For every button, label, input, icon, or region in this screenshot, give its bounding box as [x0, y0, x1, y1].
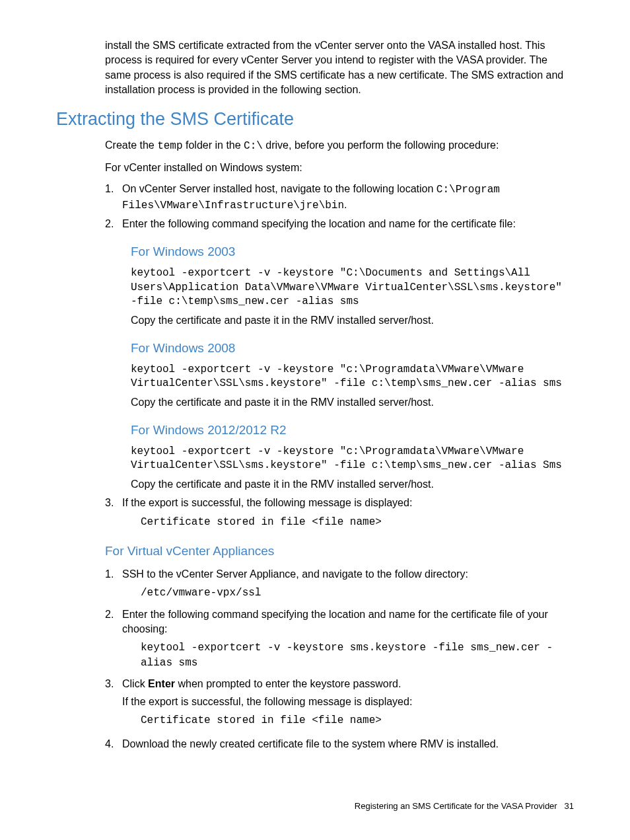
- va-step3-pre: Click: [122, 678, 148, 689]
- list-item: 4. Download the newly created certificat…: [105, 737, 574, 751]
- create-temp-mid: folder in the: [183, 139, 244, 151]
- step-content: Click Enter when prompted to enter the k…: [122, 677, 574, 709]
- va-step3-post: when prompted to enter the keystore pass…: [175, 678, 401, 689]
- step-number: 4.: [105, 737, 122, 751]
- footer-text: Registering an SMS Certificate for the V…: [355, 801, 557, 811]
- ordered-list-2-cont: 2. Enter the following command specifyin…: [105, 607, 574, 637]
- step-content: On vCenter Server installed host, naviga…: [122, 182, 574, 213]
- page-footer: Registering an SMS Certificate for the V…: [355, 800, 574, 812]
- win2003-command: keytool -exportcert -v -keystore "C:\Doc…: [131, 266, 574, 309]
- list-item: 3. If the export is successful, the foll…: [105, 496, 574, 510]
- step-number: 2.: [105, 217, 122, 231]
- create-temp-line: Create the temp folder in the C:\ drive,…: [105, 138, 574, 153]
- step-content: Enter the following command specifying t…: [122, 217, 574, 231]
- va-step2-cmd: keytool -exportcert -v -keystore sms.key…: [141, 640, 574, 670]
- step-number: 2.: [105, 607, 122, 637]
- cdrive-code: C:\: [244, 140, 263, 152]
- page-container: install the SMS certificate extracted fr…: [0, 0, 630, 796]
- step1-post: .: [344, 199, 347, 210]
- va-step3-enter: Enter: [148, 678, 175, 689]
- step-number: 1.: [105, 182, 122, 213]
- cert-stored-msg-2: Certificate stored in file <file name>: [141, 713, 574, 728]
- ordered-list-2-cont2: 3. Click Enter when prompted to enter th…: [105, 677, 574, 709]
- step-number: 1.: [105, 567, 122, 582]
- heading-win2008: For Windows 2008: [131, 340, 574, 358]
- list-item: 2. Enter the following command specifyin…: [105, 217, 574, 231]
- win2012-command: keytool -exportcert -v -keystore "c:\Pro…: [131, 445, 574, 473]
- step1-pre: On vCenter Server installed host, naviga…: [122, 183, 437, 194]
- copy-paste-3: Copy the certificate and paste it in the…: [131, 477, 574, 492]
- va-step1-path: /etc/vmware-vpx/ssl: [141, 586, 574, 600]
- create-temp-post: drive, before you perform the following …: [263, 139, 499, 151]
- heading-win2012: For Windows 2012/2012 R2: [131, 422, 574, 439]
- copy-paste-1: Copy the certificate and paste it in the…: [131, 313, 574, 328]
- cert-stored-msg-1: Certificate stored in file <file name>: [141, 515, 574, 529]
- step-content: Download the newly created certificate f…: [122, 737, 574, 751]
- heading-extracting-sms: Extracting the SMS Certificate: [56, 107, 574, 132]
- copy-paste-2: Copy the certificate and paste it in the…: [131, 395, 574, 410]
- for-vcenter-windows: For vCenter installed on Windows system:: [105, 161, 574, 175]
- list-item: 1. On vCenter Server installed host, nav…: [105, 182, 574, 213]
- ordered-list-1-cont: 3. If the export is successful, the foll…: [105, 496, 574, 510]
- list-item: 1. SSH to the vCenter Server Appliance, …: [105, 567, 574, 582]
- ordered-list-1: 1. On vCenter Server installed host, nav…: [105, 182, 574, 231]
- va-step3-line2: If the export is successful, the followi…: [122, 695, 574, 709]
- step-content: If the export is successful, the followi…: [122, 496, 574, 510]
- ordered-list-2-cont3: 4. Download the newly created certificat…: [105, 737, 574, 751]
- create-temp-pre: Create the: [105, 139, 157, 151]
- list-item: 2. Enter the following command specifyin…: [105, 607, 574, 637]
- temp-code: temp: [157, 140, 182, 152]
- win2008-command: keytool -exportcert -v -keystore "c:\Pro…: [131, 363, 574, 391]
- page-number: 31: [565, 801, 574, 811]
- step-content: SSH to the vCenter Server Appliance, and…: [122, 567, 574, 582]
- step-number: 3.: [105, 496, 122, 510]
- step-number: 3.: [105, 677, 122, 709]
- ordered-list-2: 1. SSH to the vCenter Server Appliance, …: [105, 567, 574, 582]
- step-content: Enter the following command specifying t…: [122, 607, 574, 637]
- intro-paragraph: install the SMS certificate extracted fr…: [105, 38, 574, 98]
- list-item: 3. Click Enter when prompted to enter th…: [105, 677, 574, 709]
- heading-virtual-appliances: For Virtual vCenter Appliances: [105, 543, 574, 560]
- heading-win2003: For Windows 2003: [131, 243, 574, 261]
